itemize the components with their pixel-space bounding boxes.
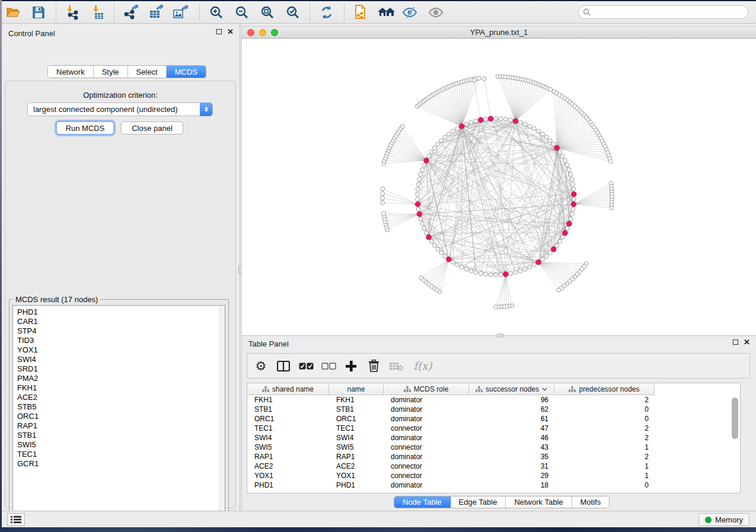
mcds-result-item[interactable]: STP4 <box>17 326 225 336</box>
tab-motifs[interactable]: Motifs <box>572 496 610 508</box>
hierarchy-column-icon <box>476 386 483 392</box>
table-row[interactable]: ORC1ORC1dominator610 <box>247 414 740 424</box>
table-rows: FKH1FKH1dominator962STB1STB1dominator620… <box>247 395 740 493</box>
cytoscape-window: Control Panel ✕ NetworkStyleSelectMCDS O… <box>2 1 756 527</box>
cell-successor-nodes: 31 <box>469 462 554 470</box>
float-panel-icon[interactable] <box>216 29 222 34</box>
cell-predecessor-nodes: 1 <box>554 462 655 470</box>
column-header-name[interactable]: name <box>329 383 384 395</box>
table-row[interactable]: FKH1FKH1dominator962 <box>247 395 740 405</box>
column-header-successor-nodes[interactable]: successor nodes <box>469 383 554 395</box>
table-row[interactable]: SWI5SWI5connector431 <box>247 443 740 452</box>
mcds-result-item[interactable]: RAP1 <box>17 421 225 431</box>
node-table[interactable]: shared namenameMCDS rolesuccessor nodesp… <box>247 383 741 493</box>
refresh-icon[interactable] <box>317 4 337 21</box>
network-canvas[interactable] <box>242 39 756 335</box>
optimization-criterion-select[interactable]: largest connected component (undirected) <box>27 102 213 116</box>
tab-network-table[interactable]: Network Table <box>506 496 572 508</box>
show-details-icon[interactable] <box>426 4 446 21</box>
cell-shared-name: SWI4 <box>247 434 329 442</box>
search-field[interactable] <box>578 5 748 19</box>
tab-edge-table[interactable]: Edge Table <box>451 496 506 508</box>
status-bar: Memory <box>2 511 756 527</box>
cell-name: PHD1 <box>329 481 384 489</box>
cell-MCDS-role: connector <box>384 424 469 432</box>
tab-network[interactable]: Network <box>48 66 94 78</box>
mcds-result-item[interactable]: TEC1 <box>17 450 225 459</box>
zoom-fit-icon[interactable] <box>257 4 277 21</box>
mcds-result-item[interactable]: ORC1 <box>17 412 225 421</box>
deselect-all-checks-icon[interactable] <box>320 356 337 376</box>
add-column-icon[interactable] <box>342 356 360 376</box>
zoom-out-icon[interactable] <box>232 4 252 21</box>
import-table-icon[interactable] <box>88 4 109 21</box>
close-panel-icon[interactable]: ✕ <box>744 339 750 345</box>
float-panel-icon[interactable] <box>733 339 738 345</box>
horizontal-splitter-grip[interactable] <box>497 334 504 338</box>
table-row[interactable]: PHD1PHD1dominator180 <box>247 480 740 490</box>
column-layout-icon[interactable] <box>275 356 292 376</box>
cell-successor-nodes: 43 <box>469 443 554 451</box>
export-image-icon[interactable] <box>170 4 190 21</box>
delete-column-trash-icon[interactable] <box>365 356 382 376</box>
table-header-row: shared namenameMCDS rolesuccessor nodesp… <box>247 383 655 395</box>
cell-MCDS-role: dominator <box>384 415 469 423</box>
table-scrollbar[interactable] <box>732 396 738 491</box>
export-network-icon[interactable] <box>120 4 141 21</box>
tab-select[interactable]: Select <box>128 66 167 78</box>
mcds-result-item[interactable]: STB1 <box>17 431 225 440</box>
zoom-selected-icon[interactable] <box>283 4 303 21</box>
mcds-result-item[interactable]: TID3 <box>17 336 225 345</box>
column-header-predecessor-nodes[interactable]: predecessor nodes <box>554 383 655 395</box>
mcds-result-item[interactable]: SWI5 <box>17 440 225 450</box>
mcds-result-item[interactable]: PMA2 <box>17 374 225 383</box>
column-header-shared-name[interactable]: shared name <box>247 383 329 395</box>
tab-node-table[interactable]: Node Table <box>394 496 451 508</box>
mcds-result-item[interactable]: SWI4 <box>17 355 225 364</box>
mcds-result-item[interactable]: YOX1 <box>17 345 225 355</box>
import-network-icon[interactable] <box>62 4 82 21</box>
column-header-MCDS-role[interactable]: MCDS role <box>384 383 469 395</box>
run-mcds-button[interactable]: Run MCDS <box>56 121 114 134</box>
network-titlebar[interactable]: YPA_prune.txt_1 <box>242 26 756 39</box>
close-panel-icon[interactable]: ✕ <box>227 29 234 34</box>
mcds-result-item[interactable]: PHD1 <box>17 307 225 317</box>
table-row[interactable]: RAP1RAP1dominator352 <box>247 452 740 462</box>
zoom-in-icon[interactable] <box>206 4 227 21</box>
close-panel-button[interactable]: Close panel <box>121 121 183 134</box>
toolbar-separator <box>56 4 56 21</box>
mcds-result-item[interactable]: FKH1 <box>17 383 225 393</box>
home-layout-icon[interactable] <box>377 4 397 21</box>
cell-predecessor-nodes: 0 <box>554 405 655 414</box>
cell-successor-nodes: 29 <box>469 472 554 480</box>
table-row[interactable]: SWI4SWI4dominator462 <box>247 433 740 443</box>
save-session-icon[interactable] <box>28 4 49 21</box>
mcds-result-item[interactable]: GCR1 <box>17 459 225 469</box>
mcds-result-item[interactable]: CAR1 <box>17 317 225 326</box>
tab-mcds[interactable]: MCDS <box>167 66 206 78</box>
cell-predecessor-nodes: 1 <box>554 443 655 451</box>
table-row[interactable]: YOX1YOX1connector291 <box>247 471 740 480</box>
table-scrollbar-thumb[interactable] <box>732 398 738 439</box>
task-history-button[interactable] <box>7 513 25 526</box>
memory-button[interactable]: Memory <box>698 513 749 526</box>
table-row[interactable]: ACE2ACE2connector311 <box>247 462 740 471</box>
table-row[interactable]: TEC1TEC1connector472 <box>247 424 740 433</box>
table-row[interactable]: STB1STB1dominator620 <box>247 405 740 414</box>
export-table-icon[interactable] <box>146 4 166 21</box>
hide-details-icon[interactable] <box>400 4 420 21</box>
toolbar-separator <box>344 4 344 21</box>
select-all-checks-icon[interactable] <box>297 356 315 376</box>
share-document-icon[interactable] <box>350 4 371 21</box>
mcds-result-item[interactable]: STB5 <box>17 402 225 412</box>
mcds-list-scrollbar[interactable] <box>219 306 225 515</box>
cell-name: FKH1 <box>329 396 384 404</box>
mcds-result-item[interactable]: SRD1 <box>17 364 225 374</box>
tab-style[interactable]: Style <box>94 66 128 78</box>
control-panel: Control Panel ✕ NetworkStyleSelectMCDS O… <box>2 24 240 511</box>
table-options-gear-icon[interactable]: ⚙ <box>252 356 270 376</box>
search-input[interactable] <box>593 8 748 17</box>
mcds-result-item[interactable]: ACE2 <box>17 393 225 402</box>
mcds-result-list[interactable]: PHD1CAR1STP4TID3YOX1SWI4SRD1PMA2FKH1ACE2… <box>12 305 225 516</box>
open-session-icon[interactable] <box>3 4 23 21</box>
